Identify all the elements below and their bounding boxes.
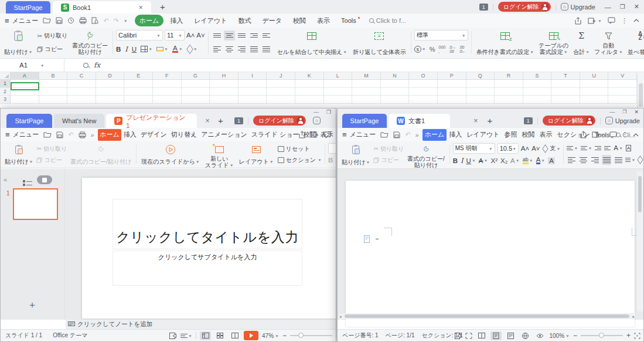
cell-D3[interactable] [96, 96, 125, 103]
borders-button[interactable]: ▼ [141, 46, 152, 52]
cell-R1[interactable] [495, 80, 523, 87]
doc-zoom-in[interactable]: + [626, 331, 631, 340]
close-tab-icon[interactable]: × [138, 3, 143, 12]
ppt-undo-icon[interactable]: ↶ [68, 131, 73, 138]
doc-shading-button[interactable]: ▼ [638, 157, 644, 162]
ppt-new-window-icon[interactable] [311, 131, 319, 138]
doc-highlight-button[interactable]: ab▼ [523, 157, 533, 164]
column-header-G[interactable]: G [182, 72, 210, 79]
ppt-copy-button[interactable]: コピー [36, 156, 67, 164]
globe-view-button[interactable] [520, 331, 531, 340]
cell-T2[interactable] [551, 88, 580, 96]
cell-Q3[interactable] [466, 96, 495, 103]
cell-H1[interactable] [210, 80, 238, 87]
notes-toggle-icon[interactable]: ▼ [180, 334, 192, 338]
column-header-D[interactable]: D [96, 72, 125, 79]
align-right-icon[interactable] [236, 45, 247, 55]
restore-button[interactable]: ❐ [620, 4, 625, 10]
cell-P2[interactable] [438, 88, 466, 96]
ppt-zoom-out[interactable]: − [282, 331, 287, 340]
align-bottom-icon[interactable] [236, 31, 247, 40]
font-size-select[interactable]: 11▼ [165, 30, 185, 40]
fit-page-icon[interactable] [634, 333, 640, 339]
doc-subscript-button[interactable]: X₂ [500, 157, 507, 164]
collapse-ribbon-icon[interactable] [633, 19, 639, 22]
ppt-bold-button[interactable]: B [328, 157, 333, 164]
cell-E3[interactable] [124, 96, 153, 103]
ppt-more-quick-icon[interactable]: » [91, 131, 94, 138]
cell-I1[interactable] [238, 80, 267, 87]
subtitle-placeholder[interactable]: クリックしてサブタイトルを入力 [113, 250, 302, 286]
doc-tab-doc[interactable]: W 文書1 [389, 114, 450, 128]
ppt-tab-startpage[interactable]: StartPage [6, 114, 52, 128]
column-header-F[interactable]: F [153, 72, 182, 79]
number-format-select[interactable]: 標準▼ [414, 30, 468, 40]
doc-align-center-icon[interactable] [578, 155, 588, 165]
cell-N3[interactable] [381, 96, 410, 103]
cell-M3[interactable] [352, 96, 381, 103]
row-header-3[interactable]: 3 [0, 96, 11, 103]
doc-vscrollbar[interactable] [637, 171, 643, 311]
doc-tool1-icon[interactable] [455, 333, 462, 339]
ppt-zoom-level[interactable]: 47%▼ [262, 333, 279, 339]
doc-zoom-out[interactable]: − [573, 331, 577, 340]
more-icon[interactable]: ⋮ [621, 17, 628, 25]
ppt-reset-button[interactable]: リセット [278, 145, 322, 153]
new-tab-button[interactable]: + [160, 2, 165, 12]
ppt-tab-whatsnew[interactable]: What's New [54, 114, 104, 128]
cell-Q1[interactable] [466, 80, 495, 87]
ribbon-tab[interactable]: Tools [335, 130, 336, 140]
cell-B3[interactable] [39, 96, 68, 103]
ribbon-tab[interactable]: Tools [336, 16, 361, 26]
cell-S2[interactable] [523, 88, 552, 96]
comma-icon[interactable]: 000, [439, 45, 446, 53]
ppt-print-icon[interactable] [79, 131, 86, 138]
eye-protect-icon[interactable] [534, 331, 546, 340]
search-box[interactable]: Click to f... [369, 17, 406, 24]
doc-font-name-select[interactable]: MS 明朝▼ [453, 143, 495, 154]
cell-L3[interactable] [324, 96, 353, 103]
ppt-tab-doc[interactable]: P プレゼンテーション1 [106, 114, 197, 128]
cell-A3[interactable] [11, 96, 39, 103]
cell-U3[interactable] [580, 96, 609, 103]
new-window-icon[interactable]: ▼ [588, 17, 602, 25]
cell-K2[interactable] [295, 88, 324, 96]
cell-G2[interactable] [182, 88, 210, 96]
doc-new-tab-button[interactable]: + [488, 116, 493, 126]
doc-justify-icon[interactable] [602, 155, 611, 165]
ribbon-tab[interactable]: ホーム [98, 129, 122, 141]
print-preview-icon[interactable] [91, 17, 98, 24]
doc-char-border-button[interactable]: A [626, 145, 631, 151]
outline-view-button[interactable] [476, 331, 487, 340]
cell-P3[interactable] [438, 96, 466, 103]
ribbon-tab[interactable]: デザイン [138, 129, 169, 141]
cell-J2[interactable] [267, 88, 295, 96]
doc-share-icon[interactable] [580, 131, 587, 138]
doc-clear-format-icon[interactable] [543, 146, 548, 151]
cell-G3[interactable] [182, 96, 210, 103]
close-button[interactable]: ✕ [634, 3, 639, 11]
doc-page[interactable] [346, 181, 635, 327]
doc-format-painter-button[interactable]: 書式のコピー/貼り付け [406, 143, 446, 166]
column-header-C[interactable]: C [67, 72, 96, 79]
cell-M1[interactable] [352, 80, 381, 87]
slide-sorter-icon[interactable] [214, 331, 226, 340]
doc-bold-button[interactable]: B [453, 157, 458, 164]
cell-F2[interactable] [153, 88, 182, 96]
cut-button[interactable]: ✂切り取り [37, 32, 67, 40]
cell-R2[interactable] [495, 88, 523, 96]
save-icon[interactable] [56, 17, 63, 24]
column-header-J[interactable]: J [267, 72, 295, 79]
ribbon-tab[interactable]: アニメーション [199, 129, 250, 141]
doc-logout-button[interactable]: ログイン解除 [543, 116, 595, 126]
cell-B1[interactable] [39, 80, 68, 87]
currency-icon[interactable]: $▼ [414, 46, 426, 53]
row-header-1[interactable]: 1 [0, 80, 11, 87]
cell-U1[interactable] [580, 80, 609, 87]
ppt-open-icon[interactable] [43, 131, 52, 138]
percent-icon[interactable]: % [430, 46, 435, 53]
column-header-A[interactable]: A [11, 72, 39, 79]
column-header-P[interactable]: P [438, 72, 466, 79]
column-header-B[interactable]: B [39, 72, 68, 79]
doc-comment-icon[interactable] [609, 131, 617, 138]
